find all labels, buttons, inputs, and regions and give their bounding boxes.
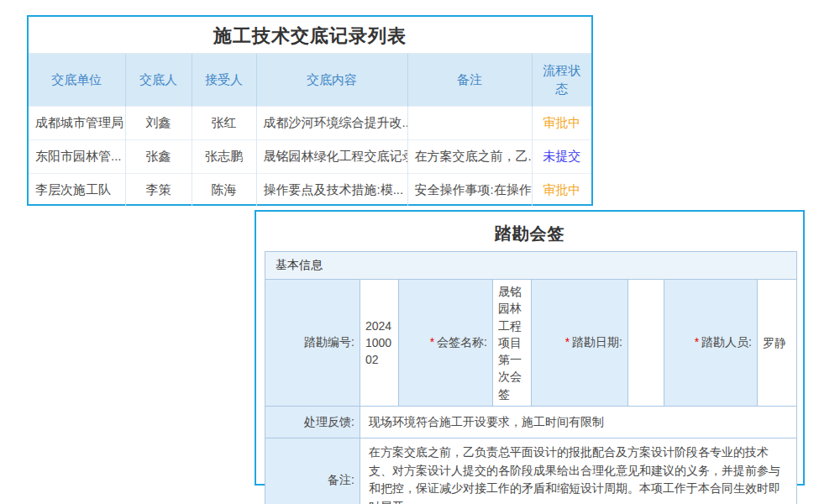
table-row[interactable]: 东阳市园林管... 张鑫 张志鹏 晟铭园林绿化工程交底记录 在方案交底之前，乙.… — [29, 140, 591, 174]
col-header-receiver: 接受人 — [192, 54, 256, 107]
required-asterisk: * — [695, 335, 699, 349]
survey-signoff-title: 踏勘会签 — [256, 212, 803, 251]
col-header-unit: 交底单位 — [29, 54, 125, 107]
status-badge[interactable]: 审批中 — [532, 107, 591, 140]
cell-receiver: 张志鹏 — [192, 140, 256, 174]
signoff-name-label: *会签名称: — [399, 280, 493, 407]
required-asterisk: * — [430, 335, 434, 349]
cell-discloser: 李策 — [125, 174, 192, 207]
col-header-remark: 备注 — [407, 54, 532, 107]
cell-receiver: 张红 — [192, 107, 256, 140]
basic-info-section-header: 基本信息 — [265, 252, 797, 280]
disclosure-list-panel: 施工技术交底记录列表 交底单位 交底人 接受人 交底内容 备注 流程状态 成都城… — [27, 15, 593, 206]
cell-remark — [407, 107, 532, 140]
page: 施工技术交底记录列表 交底单位 交底人 接受人 交底内容 备注 流程状态 成都城… — [0, 0, 840, 504]
col-header-content: 交底内容 — [256, 54, 407, 107]
survey-no-label: 踏勘编号: — [265, 280, 360, 407]
survey-date-label: *踏勘日期: — [532, 280, 628, 407]
cell-remark: 在方案交底之前，乙... — [407, 140, 532, 174]
status-badge[interactable]: 审批中 — [532, 174, 591, 207]
col-header-status: 流程状态 — [532, 54, 591, 107]
survey-date-label-text: 踏勘日期: — [572, 335, 622, 349]
table-row[interactable]: 李层次施工队 李策 陈海 操作要点及技术措施:模... 安全操作事项:在操作..… — [29, 174, 591, 207]
survey-no-label-text: 踏勘编号: — [304, 335, 354, 349]
cell-discloser: 刘鑫 — [125, 107, 192, 140]
feedback-row: 处理反馈: 现场环境符合施工开设要求，施工时间有限制 — [265, 407, 797, 438]
signoff-name-field[interactable]: 晟铭园林工程项目第一次会签 — [493, 280, 532, 407]
disclosure-table: 交底单位 交底人 接受人 交底内容 备注 流程状态 成都城市管理局 刘鑫 张红 … — [29, 54, 591, 207]
form-section-row: 基本信息 — [265, 252, 797, 280]
cell-discloser: 张鑫 — [125, 140, 192, 174]
signoff-name-label-text: 会签名称: — [437, 335, 487, 349]
survey-date-field[interactable] — [628, 280, 664, 407]
table-row[interactable]: 成都城市管理局 刘鑫 张红 成都沙河环境综合提升改... 审批中 — [29, 107, 591, 140]
cell-content: 操作要点及技术措施:模... — [256, 174, 407, 207]
form-fields-row: 踏勘编号: 2024100002 *会签名称: 晟铭园林工程项目第一次会签 *踏… — [265, 280, 797, 407]
remark-value: 在方案交底之前，乙负责总平面设计的报批配合及方案设计阶段各专业的技术支、对方案设… — [360, 438, 797, 504]
cell-receiver: 陈海 — [192, 174, 256, 207]
survey-staff-label-text: 踏勘人员: — [701, 335, 752, 349]
cell-content: 成都沙河环境综合提升改... — [256, 107, 407, 140]
cell-unit: 成都城市管理局 — [29, 107, 125, 140]
survey-staff-field[interactable]: 罗静 — [758, 280, 797, 407]
survey-no-field[interactable]: 2024100002 — [360, 280, 399, 407]
feedback-label: 处理反馈: — [265, 407, 360, 438]
cell-remark: 安全操作事项:在操作... — [407, 174, 532, 207]
survey-staff-label: *踏勘人员: — [664, 280, 758, 407]
cell-content: 晟铭园林绿化工程交底记录 — [256, 140, 407, 174]
disclosure-table-header-row: 交底单位 交底人 接受人 交底内容 备注 流程状态 — [29, 54, 591, 107]
required-asterisk: * — [565, 335, 570, 349]
cell-unit: 东阳市园林管... — [29, 140, 125, 174]
cell-unit: 李层次施工队 — [29, 174, 125, 207]
remark-row: 备注: 在方案交底之前，乙负责总平面设计的报批配合及方案设计阶段各专业的技术支、… — [265, 438, 797, 504]
col-header-discloser: 交底人 — [125, 54, 192, 107]
feedback-value: 现场环境符合施工开设要求，施工时间有限制 — [360, 407, 797, 438]
status-badge[interactable]: 未提交 — [532, 140, 591, 174]
survey-signoff-panel: 踏勘会签 基本信息 踏勘编号: 2024100002 *会签名称: 晟铭园林工程… — [255, 210, 805, 486]
remark-label: 备注: — [265, 438, 360, 504]
survey-form-table: 基本信息 踏勘编号: 2024100002 *会签名称: 晟铭园林工程项目第一次… — [265, 251, 797, 504]
disclosure-list-title: 施工技术交底记录列表 — [29, 17, 591, 54]
